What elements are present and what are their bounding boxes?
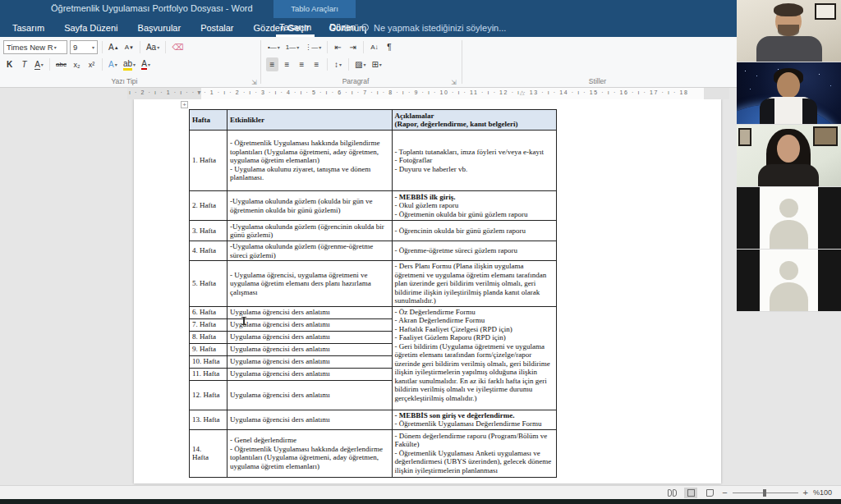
line-spacing-button[interactable]: ↕▾ [332,57,344,71]
week-cell[interactable]: 9. Hafta [190,343,227,355]
activities-cell[interactable]: Uygulama öğrencisi ders anlatımı [227,355,393,368]
week-cell[interactable]: 14. Hafta [190,429,227,477]
notes-cell[interactable]: - MEBBİS ilk giriş.- Okul gözlem raporu-… [392,191,557,221]
zoom-slider-thumb[interactable] [763,489,766,497]
video-tile-4-avatar-placeholder[interactable] [737,187,841,249]
page-icon [687,489,695,497]
align-center-button[interactable]: ≡ [281,57,293,71]
activities-cell[interactable]: Uygulama öğrencisi ders anlatımı [227,410,393,429]
week-cell[interactable]: 4. Hafta [190,241,227,261]
superscript-button[interactable]: x² [85,57,98,71]
bold-button[interactable]: K [3,57,16,71]
font-color-button[interactable]: A▾ [140,57,152,71]
subscript-button[interactable]: x₂ [71,57,83,71]
change-case-button[interactable]: Aa▾ [145,40,161,54]
decrease-indent-button[interactable]: ⇤ [332,40,344,54]
activities-cell[interactable]: -Uygulama okulunda gözlem (öğrencinin ok… [227,221,393,241]
dialog-launcher-icon[interactable]: ⇲ [251,79,257,86]
tab-tasarım[interactable]: Tasarım [12,23,44,33]
zoom-level[interactable]: %100 [813,488,834,497]
week-cell[interactable]: 12. Hafta [190,380,227,410]
notes-cell[interactable]: - MEBBİS son giriş ve değerlendirme.- Öğ… [392,410,557,429]
video-tile-3-video[interactable] [737,125,841,186]
activities-cell[interactable]: Uygulama öğrencisi ders anlatımı [227,318,393,331]
underline-button[interactable]: A▾ [33,57,45,71]
notes-cell[interactable]: - Ders Planı Formu (Plana ilişkin uygula… [392,261,557,307]
tab-postalar[interactable]: Postalar [200,23,233,33]
paragraph-marks-button[interactable]: ¶ [383,40,395,54]
italic-button[interactable]: T [18,57,30,71]
text-effects-button[interactable]: A▾ [107,57,119,71]
video-tile-5-avatar-placeholder[interactable] [737,250,841,311]
week-cell[interactable]: 5. Hafta [190,261,227,307]
font-size-combo[interactable]: 9 ▾ [70,40,98,54]
week-cell[interactable]: 3. Hafta [190,221,227,241]
shading-button[interactable]: ▨▾ [353,57,367,71]
web-layout-button[interactable] [703,488,716,498]
align-left-button[interactable]: ≡ [266,57,278,71]
bullets-button[interactable]: •—▾ [266,40,282,54]
multilevel-list-button[interactable]: ⋮—▾ [303,40,323,54]
activities-cell[interactable]: - Uygulama öğrencisi, uygulama öğretmeni… [227,261,393,307]
horizontal-ruler[interactable]: ı · 2 · ı · 1 · ı · · ı · 1 · ı · 2 · ı … [127,88,729,99]
activities-cell[interactable]: Uygulama öğrencisi ders anlatımı [227,331,393,343]
week-cell[interactable]: 10. Hafta [190,355,227,368]
contextual-tabs: TasarımDüzen [279,18,356,37]
clear-formatting-button[interactable]: ⌫ [170,40,185,54]
notes-cell[interactable]: - Öğrencinin okulda bir günü gözlem rapo… [392,221,557,241]
document-page[interactable]: + HaftaEtkinliklerAçıklamalar(Rapor, değ… [134,99,721,483]
week-cell[interactable]: 8. Hafta [190,331,227,343]
note-line: - Okul gözlem raporu [395,201,554,210]
highlight-button[interactable]: ab▾ [122,57,137,71]
activities-cell[interactable]: Uygulama öğrencisi ders anlatımı [227,380,393,410]
video-tile-2-video[interactable] [737,62,841,124]
borders-button[interactable]: ⊞▾ [370,57,383,71]
notes-cell[interactable]: - Öz Değerlendirme Formu- Akran Değerlen… [392,306,557,410]
activity-line: Uygulama öğrencisi ders anlatımı [230,320,389,329]
tab-başvurular[interactable]: Başvurular [138,23,182,33]
notes-cell[interactable]: - Dönem değerlendirme raporu (Program/Bö… [392,429,557,477]
zoom-slider[interactable] [733,493,798,493]
divider [102,58,103,71]
activities-cell[interactable]: -Uygulama okulunda gözlem (okulda bir gü… [227,191,393,221]
align-right-button[interactable]: ≡ [296,57,308,71]
video-tile-1-video[interactable] [737,0,841,62]
font-group-label: Yazı Tipi [0,77,249,85]
week-cell[interactable]: 7. Hafta [190,318,227,331]
right-indent-marker-icon[interactable]: △ [520,89,524,96]
table-move-handle[interactable]: + [181,101,188,108]
dialog-launcher-icon[interactable]: ⇲ [451,79,457,86]
contextual-tab-düzen[interactable]: Düzen [328,19,357,36]
read-mode-button[interactable] [665,488,678,498]
week-cell[interactable]: 13. Hafta [190,410,227,429]
sort-button[interactable]: A↓ [368,40,380,54]
print-layout-button[interactable] [684,488,697,498]
indent-marker-icon[interactable]: ▼ [196,89,202,95]
activities-cell[interactable]: Uygulama öğrencisi ders anlatımı [227,368,393,380]
tell-me-box[interactable]: Ne yapmak istediğinizi söyleyin... [361,18,506,37]
font-name-combo[interactable]: Times New R ▾ [3,40,67,54]
schedule-table[interactable]: HaftaEtkinliklerAçıklamalar(Rapor, değer… [189,109,557,478]
strikethrough-button[interactable]: abc [54,57,68,71]
zoom-in-button[interactable]: + [803,488,808,497]
grow-font-button[interactable]: A▲ [107,40,121,54]
activities-cell[interactable]: Uygulama öğrencisi ders anlatımı [227,306,393,318]
week-cell[interactable]: 2. Hafta [190,191,227,221]
week-cell[interactable]: 1. Hafta [190,131,227,191]
zoom-out-button[interactable]: − [722,488,727,497]
contextual-tab-tasarım[interactable]: Tasarım [278,19,313,36]
notes-cell[interactable]: - Toplantı tutanakları, imza föyleri ve/… [392,131,557,191]
numbering-button[interactable]: 1—▾ [284,40,301,54]
activities-cell[interactable]: - Öğretmenlik Uygulaması hakkında bilgil… [227,131,393,191]
justify-button[interactable]: ≡ [310,57,323,71]
increase-indent-button[interactable]: ⇥ [347,40,359,54]
beard-shape [778,25,799,36]
week-cell[interactable]: 11. Hafta [190,368,227,380]
notes-cell[interactable]: - Öğrenme-öğretme süreci gözlem raporu [392,241,557,261]
shrink-font-button[interactable]: A▼ [123,40,136,54]
activities-cell[interactable]: Uygulama öğrencisi ders anlatımı [227,343,393,355]
activities-cell[interactable]: -Uygulama okulunda gözlem (öğrenme-öğret… [227,241,393,261]
tab-sayfa-düzeni[interactable]: Sayfa Düzeni [64,23,117,33]
week-cell[interactable]: 6. Hafta [190,306,227,318]
activities-cell[interactable]: - Genel değerlendirme- Öğretmenlik Uygul… [227,429,393,477]
